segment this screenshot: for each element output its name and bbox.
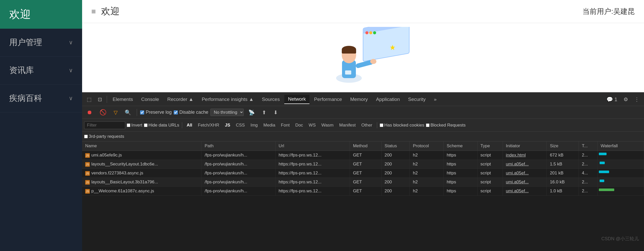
col-waterfall[interactable]: Waterfall: [598, 141, 644, 151]
devtools-panel: ⬚ ⊡ Elements Console Recorder ▲ Performa…: [82, 92, 644, 251]
cell-waterfall: [598, 169, 644, 178]
col-type[interactable]: Type: [477, 141, 503, 151]
filter-type-font[interactable]: Font: [279, 122, 292, 129]
settings-btn[interactable]: ⚙: [621, 95, 631, 104]
blocked-requests-label[interactable]: Blocked Requests: [426, 123, 466, 128]
tab-memory[interactable]: Memory: [347, 95, 372, 104]
tab-more[interactable]: »: [430, 95, 440, 104]
invert-checkbox[interactable]: [127, 123, 130, 127]
cell-url: https://fps-pro.ws.12...: [275, 151, 350, 160]
disable-cache-label[interactable]: Disable cache: [174, 110, 208, 115]
table-row[interactable]: JSlayouts__SecurityLayout.1dbc6e... /fps…: [82, 160, 644, 169]
tab-elements[interactable]: Elements: [109, 95, 136, 104]
col-time[interactable]: T...: [579, 141, 597, 151]
hide-data-urls-checkbox[interactable]: [144, 123, 148, 127]
table-row[interactable]: JSvendors.f2273843.async.js /fps-pro/wuj…: [82, 169, 644, 178]
search-btn[interactable]: 🔍: [122, 108, 134, 117]
col-url[interactable]: Url: [275, 141, 350, 151]
filter-type-all[interactable]: All: [185, 122, 194, 129]
cell-type: script: [477, 151, 503, 160]
download-icon[interactable]: ⬇: [271, 108, 280, 117]
disable-cache-checkbox[interactable]: [174, 110, 178, 114]
devtools-filter-bar: Invert Hide data URLs All Fetch/XHR JS C…: [82, 119, 644, 132]
more-options-btn[interactable]: ⋮: [632, 95, 642, 104]
throttle-icon[interactable]: 📡: [246, 108, 257, 117]
illustration: [82, 23, 644, 92]
sidebar-item-user-management[interactable]: 用户管理 ∨: [0, 29, 82, 57]
cell-url: https://fps-pro.ws.12...: [275, 187, 350, 196]
preserve-log-label[interactable]: Preserve log: [140, 110, 172, 115]
tab-performance-insights[interactable]: Performance insights ▲: [198, 95, 257, 104]
cell-protocol: h2: [410, 151, 444, 160]
col-status[interactable]: Status: [381, 141, 409, 151]
col-method[interactable]: Method: [350, 141, 381, 151]
filter-type-img[interactable]: Img: [248, 122, 260, 129]
tab-network[interactable]: Network: [284, 95, 309, 104]
tab-security[interactable]: Security: [404, 95, 429, 104]
filter-type-css[interactable]: CSS: [234, 122, 247, 129]
cell-time: 4...: [579, 169, 597, 178]
sidebar-item-label: 疾病百科: [9, 93, 42, 104]
col-path[interactable]: Path: [201, 141, 275, 151]
third-party-label[interactable]: 3rd-party requests: [84, 134, 124, 139]
sidebar-item-news-library[interactable]: 资讯库 ∨: [0, 57, 82, 85]
filter-type-manifest[interactable]: Manifest: [337, 122, 358, 129]
cell-url: https://fps-pro.ws.12...: [275, 178, 350, 187]
cell-initiator[interactable]: index.html: [503, 151, 547, 160]
tab-sources[interactable]: Sources: [258, 95, 284, 104]
tab-console[interactable]: Console: [138, 95, 163, 104]
csdn-watermark: CSDN @小三轮儿: [601, 236, 639, 242]
has-blocked-cookies-checkbox[interactable]: [380, 123, 383, 127]
menu-icon[interactable]: ≡: [91, 7, 96, 16]
cell-status: 200: [381, 151, 409, 160]
sidebar-item-disease-encyclopedia[interactable]: 疾病百科 ∨: [0, 85, 82, 112]
cell-status: 200: [381, 160, 409, 169]
col-size[interactable]: Size: [547, 141, 579, 151]
cell-scheme: https: [443, 178, 477, 187]
toolbar-separator: [107, 96, 107, 103]
col-protocol[interactable]: Protocol: [410, 141, 444, 151]
filter-type-doc[interactable]: Doc: [293, 122, 305, 129]
filter-input[interactable]: [84, 121, 125, 129]
cell-size: 1.5 kB: [547, 160, 579, 169]
table-row[interactable]: JSumi.a05efe9c.js /fps-pro/wujiankun/h..…: [82, 151, 644, 160]
row-icon: JS: [85, 162, 90, 167]
upload-icon[interactable]: ⬆: [259, 108, 269, 117]
has-blocked-cookies-label[interactable]: Has blocked cookies: [380, 123, 424, 128]
tab-recorder[interactable]: Recorder ▲: [164, 95, 197, 104]
filter-type-fetchxhr[interactable]: Fetch/XHR: [196, 122, 221, 129]
blocked-requests-checkbox[interactable]: [426, 123, 430, 127]
cell-initiator[interactable]: umi.a05ef...: [503, 160, 547, 169]
feedback-btn[interactable]: 💬 1: [604, 95, 620, 104]
filter-btn[interactable]: ▽: [111, 108, 120, 117]
record-btn[interactable]: ⏺: [84, 108, 95, 117]
svg-point-2: [365, 31, 368, 34]
third-party-checkbox[interactable]: [84, 135, 88, 138]
table-row[interactable]: JSp__Welcome.61a1087c.async.js /fps-pro/…: [82, 187, 644, 196]
clear-btn[interactable]: 🚫: [97, 108, 109, 117]
cell-method: GET: [350, 169, 381, 178]
filter-type-media[interactable]: Media: [261, 122, 277, 129]
filter-type-js[interactable]: JS: [223, 122, 232, 129]
hide-data-urls-label[interactable]: Hide data URLs: [144, 123, 179, 128]
cell-initiator[interactable]: umi.a05ef...: [503, 178, 547, 187]
col-initiator[interactable]: Initiator: [503, 141, 547, 151]
cell-initiator[interactable]: umi.a05ef...: [503, 187, 547, 196]
col-name[interactable]: Name: [82, 141, 201, 151]
svg-point-4: [373, 31, 376, 34]
device-toolbar-btn[interactable]: ⊡: [95, 95, 105, 104]
preserve-log-checkbox[interactable]: [140, 110, 144, 114]
invert-checkbox-label[interactable]: Invert: [127, 123, 142, 128]
throttle-select[interactable]: No throttling: [210, 109, 244, 116]
filter-type-ws[interactable]: WS: [307, 122, 318, 129]
filter-type-other[interactable]: Other: [359, 122, 374, 129]
table-row[interactable]: JSlayouts__BasicLayout.3b31a796... /fps-…: [82, 178, 644, 187]
col-scheme[interactable]: Scheme: [443, 141, 477, 151]
chevron-down-icon: ∨: [69, 39, 73, 46]
inspect-element-btn[interactable]: ⬚: [84, 95, 94, 104]
cell-scheme: https: [443, 169, 477, 178]
filter-type-wasm[interactable]: Wasm: [319, 122, 336, 129]
tab-application[interactable]: Application: [373, 95, 404, 104]
cell-initiator[interactable]: umi.a05ef...: [503, 169, 547, 178]
tab-performance[interactable]: Performance: [310, 95, 346, 104]
